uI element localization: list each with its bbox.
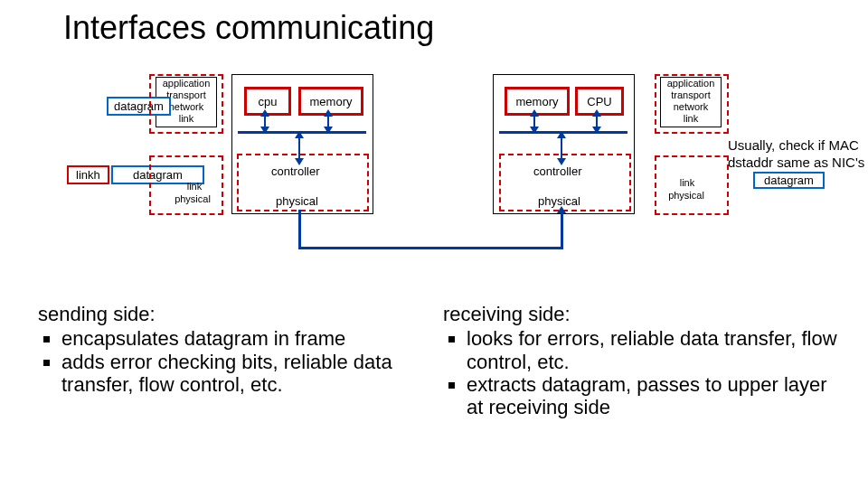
physical-left: physical	[276, 194, 318, 208]
mac-note-datagram: datagram	[753, 172, 825, 189]
cpu-label: CPU	[587, 95, 611, 108]
receiving-bullet: looks for errors, reliable data transfer…	[467, 327, 841, 373]
datagram-text: datagram	[764, 174, 814, 187]
link-v-left	[298, 210, 301, 249]
sending-bullet: encapsulates datagram in frame	[61, 327, 418, 350]
arrowhead-up	[530, 109, 539, 117]
dash-upper-left	[149, 74, 223, 134]
arrowhead-up	[324, 109, 333, 117]
arrowhead-up	[260, 109, 269, 117]
arrowhead-up	[295, 131, 304, 138]
arrowhead-down	[324, 127, 333, 134]
receiving-heading: receiving side:	[443, 303, 841, 325]
arrowhead-into-right	[557, 206, 566, 213]
controller-right: controller	[533, 164, 581, 178]
arrowhead-up	[592, 109, 601, 117]
arrowhead-down	[592, 127, 601, 134]
sending-block: sending side: encapsulates datagram in f…	[38, 303, 418, 396]
receiving-block: receiving side: looks for errors, reliab…	[443, 303, 841, 418]
mac-note: Usually, check if MAC dstaddr same as NI…	[728, 137, 868, 172]
arrowhead-up	[557, 131, 566, 138]
arrowhead-down	[295, 158, 304, 165]
slide-root: Interfaces communicating application tra…	[0, 0, 868, 488]
arrowhead-down	[557, 158, 566, 165]
linkh-text: linkh	[76, 168, 100, 182]
dash-lower-right	[655, 155, 729, 215]
sending-heading: sending side:	[38, 303, 418, 325]
cpu-label: cpu	[259, 95, 278, 108]
arrowhead-down	[260, 127, 269, 134]
linkh-box: linkh	[67, 165, 109, 184]
memory-label: memory	[310, 95, 353, 108]
link-v-right	[561, 210, 563, 249]
sending-bullet: adds error checking bits, reliable data …	[61, 351, 418, 397]
link-horiz	[298, 247, 563, 249]
dash-upper-right	[655, 74, 729, 134]
memory-label: memory	[516, 95, 559, 108]
dash-lower-left	[149, 155, 223, 215]
controller-left: controller	[271, 164, 319, 178]
mac-note-line: dstaddr same as NIC's	[728, 155, 868, 172]
arrowhead-down	[530, 127, 539, 134]
mac-note-line: Usually, check if MAC	[728, 137, 868, 155]
receiving-bullet: extracts datagram, passes to upper layer…	[467, 373, 841, 419]
page-title: Interfaces communicating	[63, 9, 434, 47]
